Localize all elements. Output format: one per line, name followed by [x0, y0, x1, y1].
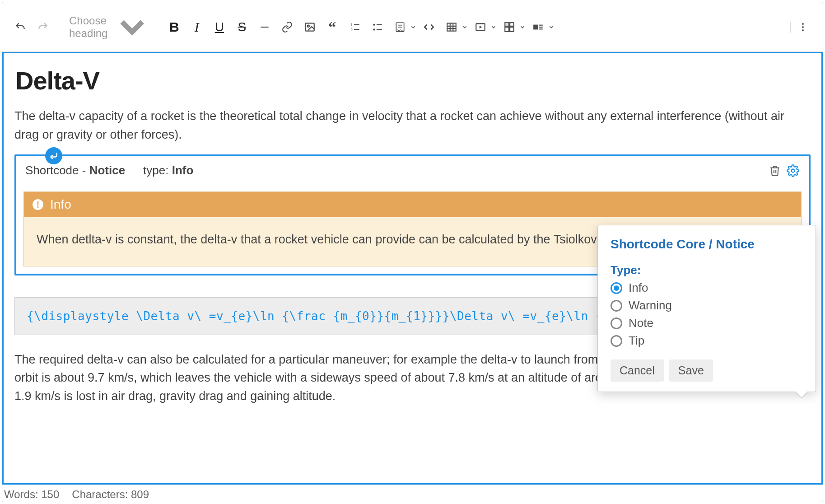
italic-button[interactable]: I	[187, 17, 207, 37]
svg-point-33	[802, 29, 804, 31]
svg-rect-27	[534, 25, 538, 29]
code-button[interactable]	[419, 17, 439, 37]
char-count: Characters: 809	[72, 488, 149, 501]
type-option-note[interactable]: Note	[611, 316, 803, 330]
radio-icon	[611, 300, 622, 312]
more-vertical-icon	[797, 22, 808, 33]
chevron-down-icon	[461, 24, 468, 30]
svg-point-7	[373, 24, 374, 25]
type-option-warning[interactable]: Warning	[611, 299, 803, 313]
delete-shortcode-button[interactable]	[768, 164, 782, 177]
ordered-list-button[interactable]: 12	[345, 17, 365, 37]
underline-button[interactable]: U	[210, 17, 229, 37]
radio-label: Tip	[629, 334, 644, 348]
info-icon: !	[32, 199, 44, 210]
svg-text:!: !	[37, 200, 40, 210]
table-dropdown[interactable]	[442, 17, 468, 37]
shortcode-icon: <>	[390, 17, 410, 37]
align-dropdown[interactable]	[528, 17, 555, 37]
cancel-button[interactable]: Cancel	[611, 359, 664, 382]
chevron-down-icon	[410, 24, 416, 30]
heading-dropdown[interactable]: Choose heading	[56, 7, 162, 47]
svg-point-2	[307, 25, 309, 27]
link-button[interactable]	[277, 17, 297, 37]
chevron-down-icon	[490, 24, 497, 30]
page-title[interactable]: Delta-V	[15, 66, 811, 95]
media-dropdown[interactable]	[471, 17, 497, 37]
svg-point-34	[792, 169, 795, 172]
trash-icon	[769, 165, 781, 177]
widget-dropdown[interactable]	[499, 17, 526, 37]
shortcode-header: Shortcode - Notice type: Info	[16, 156, 809, 184]
save-button[interactable]: Save	[669, 359, 713, 382]
blockquote-button[interactable]: “	[322, 17, 342, 37]
chevron-down-icon	[519, 24, 526, 30]
shortcode-name: Shortcode - Notice	[25, 163, 125, 177]
notice-title: Info	[50, 197, 71, 212]
chevron-down-icon	[112, 7, 152, 47]
unordered-list-button[interactable]	[368, 17, 387, 37]
editor-window: Choose heading B I U S “ 12 <>	[2, 2, 823, 502]
svg-point-9	[373, 29, 374, 30]
return-icon	[49, 151, 58, 160]
radio-icon	[611, 335, 622, 347]
align-icon	[528, 17, 548, 37]
svg-marker-21	[480, 25, 482, 28]
svg-text:2: 2	[350, 27, 353, 32]
heading-label: Choose heading	[69, 14, 107, 40]
paragraph[interactable]: The delta-v capacity of a rocket is the …	[14, 107, 811, 144]
undo-button[interactable]	[10, 17, 30, 37]
editor-content[interactable]: Delta-V The delta-v capacity of a rocket…	[2, 52, 823, 485]
image-button[interactable]	[300, 17, 320, 37]
type-option-tip[interactable]: Tip	[611, 334, 803, 348]
type-option-info[interactable]: Info	[611, 281, 803, 295]
shortcode-config-popover: Shortcode Core / Notice Type: InfoWarnin…	[597, 225, 816, 392]
popover-type-label: Type:	[611, 263, 803, 277]
notice-title-bar: ! Info	[24, 192, 801, 217]
svg-text:1: 1	[350, 23, 353, 27]
shortcode-type: type: Info	[143, 163, 193, 177]
svg-rect-15	[447, 23, 456, 31]
gear-icon	[787, 164, 799, 177]
more-button[interactable]	[790, 22, 815, 33]
insert-shortcode-dropdown[interactable]: <>	[390, 17, 416, 37]
popover-title: Shortcode Core / Notice	[611, 237, 803, 252]
radio-label: Warning	[629, 299, 672, 313]
word-count: Words: 150	[4, 488, 59, 501]
chevron-down-icon	[548, 24, 555, 30]
svg-rect-23	[510, 23, 514, 26]
configure-shortcode-button[interactable]	[786, 164, 800, 177]
svg-point-32	[802, 26, 804, 28]
status-bar: Words: 150 Characters: 809	[2, 485, 823, 502]
svg-point-26	[506, 23, 507, 24]
horizontal-rule-button[interactable]	[255, 17, 275, 37]
toolbar: Choose heading B I U S “ 12 <>	[2, 2, 823, 52]
radio-label: Note	[629, 316, 653, 330]
type-radio-group: InfoWarningNoteTip	[611, 281, 803, 348]
radio-label: Info	[629, 281, 648, 295]
radio-icon	[611, 317, 622, 329]
svg-point-31	[802, 23, 804, 25]
svg-rect-25	[510, 27, 514, 32]
redo-button[interactable]	[33, 17, 53, 37]
widget-icon	[499, 17, 519, 37]
svg-text:<>: <>	[400, 29, 404, 33]
radio-icon	[611, 282, 622, 294]
svg-rect-24	[505, 27, 509, 32]
strikethrough-button[interactable]: S	[232, 17, 252, 37]
table-icon	[442, 17, 461, 37]
video-icon	[471, 17, 490, 37]
bold-button[interactable]: B	[164, 17, 184, 37]
